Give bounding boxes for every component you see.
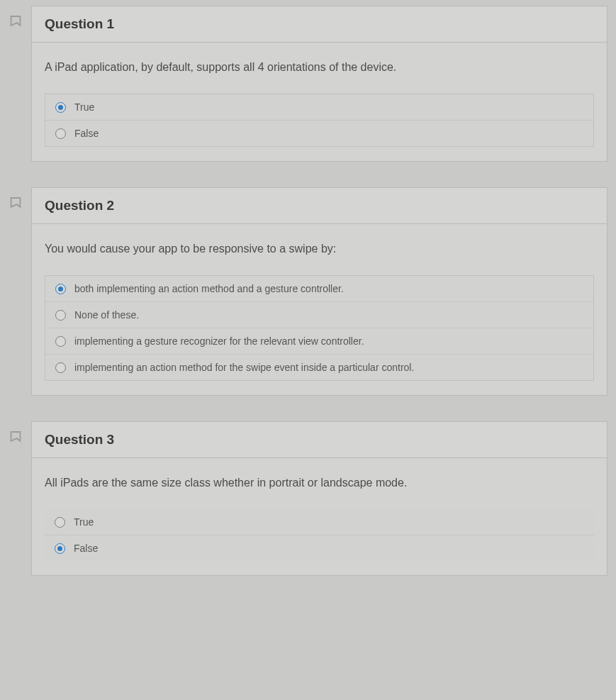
option-row[interactable]: False <box>45 121 593 146</box>
radio-icon <box>55 102 66 113</box>
question-body: You would cause your app to be responsiv… <box>32 224 607 395</box>
quiz-page: Question 1 A iPad application, by defaul… <box>0 0 616 582</box>
option-row[interactable]: None of these. <box>45 302 593 328</box>
option-label: True <box>74 101 94 113</box>
radio-icon <box>55 284 66 294</box>
option-row[interactable]: both implementing an action method and a… <box>45 276 593 302</box>
option-label: False <box>74 543 98 554</box>
question-prompt: All iPads are the same size class whethe… <box>45 477 594 489</box>
question-card: Question 1 A iPad application, by defaul… <box>31 6 607 162</box>
flag-icon[interactable] <box>8 196 23 215</box>
radio-icon <box>55 543 65 554</box>
flag-icon[interactable] <box>8 430 23 449</box>
options-group: both implementing an action method and a… <box>45 275 594 381</box>
option-row[interactable]: implementing an action method for the sw… <box>45 355 593 380</box>
option-row[interactable]: True <box>45 509 594 535</box>
option-row[interactable]: True <box>45 94 593 121</box>
option-label: False <box>74 128 99 139</box>
radio-icon <box>55 517 65 528</box>
options-group: True False <box>45 509 594 561</box>
option-row[interactable]: implementing a gesture recognizer for th… <box>45 328 593 355</box>
radio-icon <box>55 336 66 347</box>
option-label: both implementing an action method and a… <box>74 283 344 294</box>
question-prompt: You would cause your app to be responsiv… <box>45 243 594 255</box>
question-body: A iPad application, by default, supports… <box>32 43 607 161</box>
flag-icon[interactable] <box>8 15 23 33</box>
radio-icon <box>55 128 66 139</box>
question-header: Question 1 <box>32 6 607 43</box>
question-body: All iPads are the same size class whethe… <box>32 458 607 575</box>
question-prompt: A iPad application, by default, supports… <box>45 61 594 74</box>
question-header: Question 3 <box>32 422 607 458</box>
question-title: Question 3 <box>45 432 114 447</box>
option-label: None of these. <box>74 309 139 321</box>
question-card: Question 3 All iPads are the same size c… <box>31 421 607 576</box>
question-title: Question 2 <box>45 198 114 213</box>
option-label: implementing an action method for the sw… <box>74 362 414 373</box>
question-card: Question 2 You would cause your app to b… <box>31 187 607 396</box>
option-row[interactable]: False <box>45 535 594 561</box>
options-group: True False <box>45 94 594 147</box>
option-label: implementing a gesture recognizer for th… <box>74 335 364 347</box>
radio-icon <box>55 310 66 321</box>
question-title: Question 1 <box>45 16 114 31</box>
question-header: Question 2 <box>32 188 607 224</box>
radio-icon <box>55 362 66 373</box>
option-label: True <box>74 516 94 528</box>
